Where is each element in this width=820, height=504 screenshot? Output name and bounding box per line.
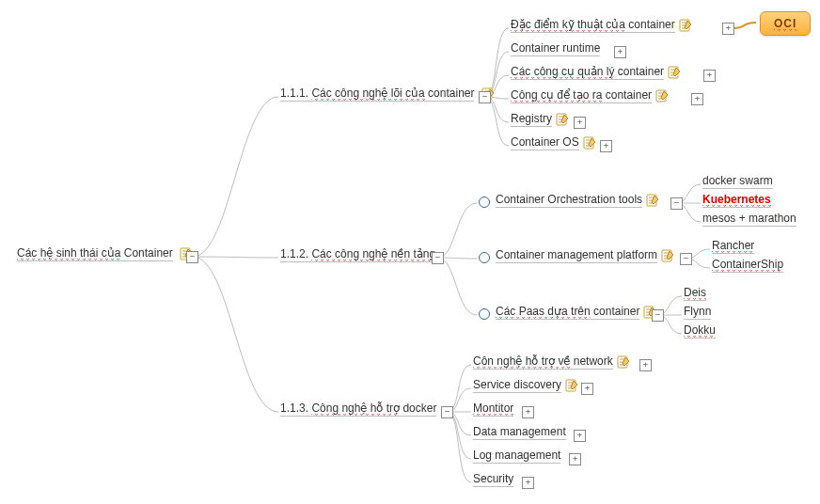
s2a3-l: mesos + marathon xyxy=(702,212,796,227)
node-s2c[interactable]: Các Paas dựa trên container xyxy=(496,305,656,319)
edit-icon[interactable] xyxy=(664,65,681,78)
s3b-l: Service discovery xyxy=(473,378,561,393)
node-s2b[interactable]: Container management platform xyxy=(496,248,674,262)
s2c-b: container xyxy=(591,305,640,318)
node-s1d[interactable]: Công cụ để tạo ra container xyxy=(511,88,669,102)
s1a-b: container xyxy=(625,18,675,31)
callout-label: OCI xyxy=(774,17,796,31)
s3c-l: Montitor xyxy=(473,402,513,417)
node-s1c[interactable]: Các công cụ quản lý container xyxy=(511,65,681,79)
toggle-root[interactable]: − xyxy=(186,251,198,263)
edit-icon[interactable] xyxy=(657,248,674,261)
num-3: 1.1.3. xyxy=(280,402,308,415)
s2b1-l: Rancher xyxy=(712,239,754,254)
root-label-a: Các hệ sinh thái của xyxy=(17,246,120,260)
s3a-a: Côn nghệ hỗ trợ về xyxy=(473,354,570,369)
toggle-s1d[interactable]: + xyxy=(691,93,703,105)
toggle-s3d[interactable]: + xyxy=(574,430,586,442)
s1a-a: Đặc điểm kỹ thuật của xyxy=(511,18,625,32)
toggle-s3a[interactable]: + xyxy=(639,359,652,371)
node-1-1-1[interactable]: 1.1.1. Các công nghệ lõi của container xyxy=(280,87,495,101)
s2a1-l: docker swarm xyxy=(702,174,773,189)
edit-icon[interactable] xyxy=(675,18,692,31)
lbl-1: Các công nghệ lõi của xyxy=(311,87,424,101)
s1b-l: Container runtime xyxy=(511,41,600,56)
lbl-3: Công nghệ hỗ trợ xyxy=(311,402,400,416)
s2c1-l: Deis xyxy=(684,286,706,301)
num-1: 1.1.1. xyxy=(280,87,308,100)
s3d-l: Data management xyxy=(473,425,566,440)
edit-icon[interactable] xyxy=(552,112,569,125)
toggle-s2c[interactable]: − xyxy=(652,309,664,322)
s3e-l: Log management xyxy=(473,449,560,464)
node-s3e[interactable]: Log management xyxy=(473,449,560,462)
lbl-2: Các công nghệ nền tảng xyxy=(311,247,435,261)
node-s3f[interactable]: Security xyxy=(473,472,513,485)
edit-icon[interactable] xyxy=(652,88,669,102)
bullet-icon xyxy=(479,308,490,320)
leaf-s2b2[interactable]: ContainerShip xyxy=(712,258,783,271)
s2a2-l: Kuebernetes xyxy=(702,193,771,208)
num-2: 1.1.2. xyxy=(280,247,308,260)
node-1-1-3[interactable]: 1.1.3. Công nghệ hỗ trợ docker xyxy=(280,402,436,415)
s2b2-l: ContainerShip xyxy=(712,258,783,273)
s1c-a: Các công cụ quản lý xyxy=(511,65,614,79)
leaf-s2a3[interactable]: mesos + marathon xyxy=(702,212,796,225)
toggle-s3e[interactable]: + xyxy=(569,453,581,465)
leaf-s2a2[interactable]: Kuebernetes xyxy=(702,193,771,206)
leaf-s2c3[interactable]: Dokku xyxy=(684,323,716,337)
node-1-1-2[interactable]: 1.1.2. Các công nghệ nền tảng xyxy=(280,247,435,260)
leaf-s2a1[interactable]: docker swarm xyxy=(702,174,773,187)
edit-icon[interactable] xyxy=(613,354,630,368)
leaf-s2c1[interactable]: Deis xyxy=(684,286,706,299)
s2a-l: Container Orchestration tools xyxy=(496,193,642,208)
s3a-b: network xyxy=(570,354,612,368)
node-s1a[interactable]: Đặc điểm kỹ thuật của container xyxy=(511,18,692,32)
toggle-s2b[interactable]: − xyxy=(680,253,692,265)
leaf-s2b1[interactable]: Rancher xyxy=(712,239,754,252)
s2c2-l: Flynn xyxy=(684,305,711,320)
node-s3a[interactable]: Côn nghệ hỗ trợ về network xyxy=(473,354,630,369)
s2c-a: Các Paas dựa trên xyxy=(496,305,591,319)
node-s3c[interactable]: Montitor xyxy=(473,402,513,415)
toggle-s2a[interactable]: − xyxy=(670,197,683,210)
toggle-1[interactable]: − xyxy=(479,91,491,103)
toggle-s1b[interactable]: + xyxy=(614,46,626,58)
bullet-icon xyxy=(479,252,490,263)
toggle-s1c[interactable]: + xyxy=(703,70,716,82)
toggle-s1a[interactable]: + xyxy=(722,23,734,35)
node-s3d[interactable]: Data management xyxy=(473,425,566,438)
s2c3-l: Dokku xyxy=(684,323,716,339)
edit-icon[interactable] xyxy=(579,135,596,149)
s3f-l: Security xyxy=(473,472,513,487)
node-s1e[interactable]: Registry xyxy=(511,112,569,126)
node-s1f[interactable]: Container OS xyxy=(511,135,596,150)
s1e-l: Registry xyxy=(511,112,552,127)
s2b-l: Container management platform xyxy=(496,248,657,263)
toggle-s1f[interactable]: + xyxy=(600,140,612,152)
s1d-b: container xyxy=(602,88,652,102)
toggle-s1e[interactable]: + xyxy=(574,117,586,129)
leaf-s2c2[interactable]: Flynn xyxy=(684,305,711,318)
toggle-s3b[interactable]: + xyxy=(581,383,593,395)
node-s2a[interactable]: Container Orchestration tools xyxy=(496,193,659,207)
toggle-2[interactable]: − xyxy=(432,252,444,264)
edit-icon[interactable] xyxy=(642,193,659,206)
s1c-b: container xyxy=(614,65,664,78)
mindmap-canvas: { "root": {"label_plain":"Các hệ sinh th… xyxy=(0,0,820,504)
edit-icon[interactable] xyxy=(561,378,578,391)
bullet-icon xyxy=(479,197,490,208)
callout-oci[interactable]: OCI xyxy=(760,11,811,36)
root-node[interactable]: Các hệ sinh thái của Container xyxy=(17,246,193,260)
toggle-s3c[interactable]: + xyxy=(522,406,534,418)
s1f-l: Container OS xyxy=(511,135,579,150)
toggle-s3f[interactable]: + xyxy=(522,477,534,489)
node-s1b[interactable]: Container runtime xyxy=(511,41,600,55)
toggle-3[interactable]: − xyxy=(441,406,453,418)
s1d-a: Công cụ để tạo ra xyxy=(511,88,602,102)
node-s3b[interactable]: Service discovery xyxy=(473,378,578,392)
